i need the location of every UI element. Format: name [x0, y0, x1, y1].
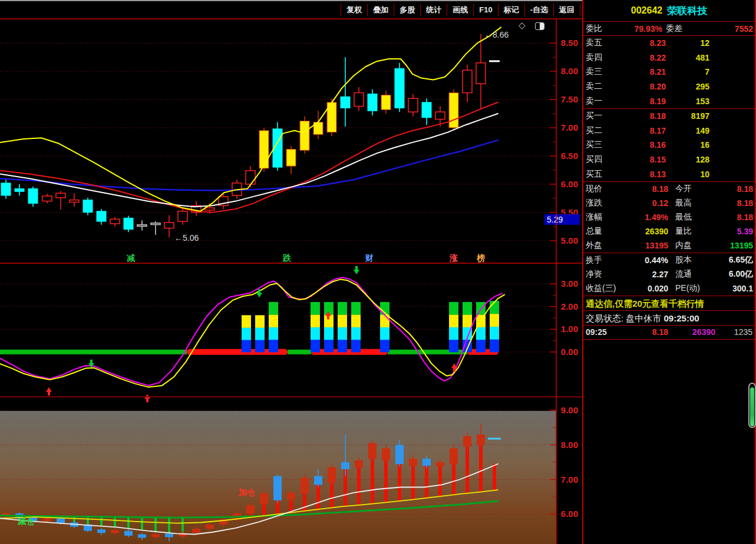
status-value: 盘中休市 [626, 313, 661, 323]
menu-item-7[interactable]: 标记 [498, 4, 524, 16]
level-price: 8.16 [620, 140, 666, 150]
level-volume: 128 [666, 155, 709, 164]
level-volume: 16 [666, 140, 709, 150]
promo-banner[interactable]: 通达信,仅需20元查看千档行情 [583, 296, 755, 311]
level-price: 8.20 [620, 82, 666, 91]
stat-label: PE(动) [668, 283, 714, 294]
svg-text:2.00: 2.00 [561, 301, 578, 311]
diamond-marker-icon[interactable]: ◇ [519, 20, 526, 31]
svg-text:1.00: 1.00 [561, 324, 578, 334]
svg-text:6.50: 6.50 [561, 151, 578, 161]
price-annotation: ←5.06 [174, 233, 199, 243]
ask-levels: 卖五8.2312卖四8.22481卖三8.217卖二8.20295卖一8.191… [583, 36, 755, 109]
bid-level-row[interactable]: 买五8.1310 [583, 167, 755, 181]
level-volume: 481 [666, 53, 709, 62]
ask-level-row[interactable]: 卖一8.19153 [583, 94, 755, 108]
fundamental-stats: 换手0.44%股本6.65亿净资2.27流通6.00亿收益(三)0.020PE(… [583, 253, 755, 296]
signal-glyph: 跌 [282, 253, 292, 263]
level-price: 8.23 [620, 38, 666, 48]
level-price: 8.22 [620, 53, 666, 62]
menu-item-6[interactable]: F10 [473, 4, 497, 16]
last-close-tag: 5.29 [547, 215, 563, 224]
svg-text:6.00: 6.00 [561, 179, 578, 189]
stock-header[interactable]: 002642 荣联科技 [583, 0, 755, 22]
stat-value: 2.27 [618, 270, 668, 279]
svg-text:7.00: 7.00 [561, 475, 578, 485]
stat-value: 1.49% [618, 213, 668, 222]
bid-level-row[interactable]: 买三8.1616 [583, 138, 755, 152]
stat-row: 外盘13195内盘13195 [583, 238, 755, 253]
menu-item-9[interactable]: 返回 [553, 4, 580, 16]
level-label: 卖二 [583, 81, 620, 92]
level-label: 买五 [583, 169, 620, 180]
split-view-icon[interactable] [535, 22, 544, 30]
signal-glyph: 财 [365, 253, 374, 263]
level-price: 8.21 [620, 67, 666, 77]
top-menu-bar: 复权叠加多股统计画线F10标记-自选返回 [0, 0, 582, 18]
stat-label: 涨跌 [583, 198, 618, 208]
menu-item-8[interactable]: -自选 [524, 4, 553, 16]
charts-canvas[interactable]: 8.508.007.507.006.506.005.505.00←8.66←5.… [0, 0, 582, 544]
stock-name: 荣联科技 [667, 4, 707, 18]
stat-row: 净资2.27流通6.00亿 [583, 267, 755, 281]
svg-text:0.00: 0.00 [561, 347, 578, 357]
signal-glyph: 涨 [449, 253, 458, 263]
bid-level-row[interactable]: 买二8.17149 [583, 124, 755, 138]
level-volume: 149 [666, 126, 709, 135]
menu-item-5[interactable]: 画线 [447, 4, 473, 16]
stat-value: 13195 [618, 241, 668, 250]
tick-volume: 26390 [668, 327, 715, 337]
stat-value: 8.18 [714, 184, 755, 194]
stat-label: 最高 [668, 198, 714, 208]
stat-row: 涨跌0.12最高8.18 [583, 196, 755, 210]
position-label: 加仓 [238, 487, 256, 497]
level-label: 卖三 [583, 67, 620, 77]
ask-level-row[interactable]: 卖三8.217 [583, 65, 755, 79]
status-label: 交易状态: [586, 313, 623, 323]
level-gauge [748, 383, 756, 428]
bid-level-row[interactable]: 买一8.188197 [583, 109, 755, 124]
level-price: 8.13 [620, 170, 666, 179]
quote-stats: 现价8.18今开8.18涨跌0.12最高8.18涨幅1.49%最低8.18总量2… [583, 182, 755, 253]
menu-item-3[interactable]: 多股 [394, 4, 420, 16]
ask-level-row[interactable]: 卖五8.2312 [583, 36, 755, 51]
stat-label: 流通 [668, 269, 714, 280]
ask-level-row[interactable]: 卖四8.22481 [583, 51, 755, 65]
stat-label: 总量 [583, 226, 618, 237]
stat-label: 内盘 [668, 240, 714, 251]
level-label: 买二 [583, 125, 620, 136]
svg-text:6.00: 6.00 [561, 509, 578, 519]
stat-label: 换手 [583, 255, 618, 266]
svg-text:9.00: 9.00 [561, 405, 578, 415]
ask-level-row[interactable]: 卖二8.20295 [583, 79, 755, 94]
menu-item-4[interactable]: 统计 [420, 4, 447, 16]
stat-value: 0.12 [618, 198, 668, 208]
bid-level-row[interactable]: 买四8.15128 [583, 152, 755, 167]
menu-item-2[interactable]: 叠加 [367, 4, 394, 16]
bid-levels: 买一8.188197买二8.17149买三8.1616买四8.15128买五8.… [583, 109, 755, 182]
tick-extra: 1235 [715, 327, 755, 337]
stat-label: 今开 [668, 184, 714, 194]
stat-value: 6.00亿 [714, 269, 755, 280]
level-label: 买四 [583, 154, 620, 165]
level-volume: 295 [666, 82, 709, 91]
level-label: 买三 [583, 140, 620, 150]
stat-label: 净资 [583, 269, 618, 280]
level-price: 8.19 [620, 97, 666, 106]
price-annotation: ←8.66 [484, 30, 509, 39]
level-label: 买一 [583, 111, 620, 121]
status-time: 09:25:00 [664, 313, 699, 323]
stat-value: 13195 [714, 241, 755, 250]
level-price: 8.18 [620, 111, 666, 121]
level-volume: 153 [666, 97, 709, 106]
position-label: 减仓 [18, 516, 35, 526]
weicha-value: 7552 [696, 24, 755, 34]
quote-panel: 002642 荣联科技 委比 79.93% 委差 7552 卖五8.2312卖四… [582, 0, 756, 544]
svg-text:7.00: 7.00 [561, 122, 578, 132]
stock-code: 002642 [631, 5, 662, 16]
stat-label: 量比 [668, 226, 714, 237]
signal-glyph: 减 [127, 253, 136, 263]
svg-text:8.00: 8.00 [561, 66, 578, 76]
weibi-label: 委比 [583, 24, 616, 34]
menu-item-1[interactable]: 复权 [341, 4, 367, 16]
